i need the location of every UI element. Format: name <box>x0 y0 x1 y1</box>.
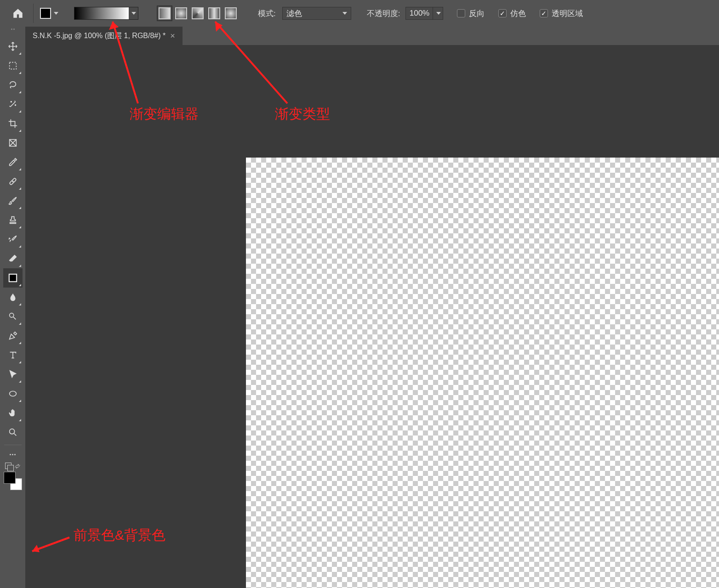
gradient-radial-button[interactable] <box>175 7 187 19</box>
tool-preset-dropdown[interactable] <box>40 8 58 19</box>
crop-icon <box>8 119 18 129</box>
healing-tool[interactable] <box>3 172 23 191</box>
divider <box>33 4 34 23</box>
pen-tool[interactable] <box>3 326 23 345</box>
transparency-label: 透明区域 <box>552 8 583 19</box>
reverse-checkbox[interactable]: 反向 <box>457 8 485 19</box>
default-colors-icon <box>5 463 11 469</box>
dither-label: 仿色 <box>510 8 526 19</box>
wand-icon <box>8 99 18 109</box>
type-tool[interactable] <box>3 345 23 365</box>
dodge-icon <box>8 311 18 322</box>
chevron-down-icon <box>342 12 347 15</box>
bandage-icon <box>8 176 18 187</box>
brush-icon <box>8 196 18 206</box>
foreground-background-color[interactable] <box>4 472 22 490</box>
annotation-arrow <box>101 16 165 106</box>
opacity-input[interactable]: 100% <box>405 7 433 20</box>
canvas-area <box>25 45 719 588</box>
pen-icon <box>8 331 18 341</box>
svg-point-9 <box>9 391 16 396</box>
annotation-gradient-type: 渐变类型 <box>275 105 330 124</box>
move-icon <box>8 41 18 51</box>
svg-point-2 <box>15 105 16 106</box>
brush-tool[interactable] <box>3 191 23 210</box>
arrow-icon <box>8 369 18 379</box>
annotation-gradient-editor: 渐变编辑器 <box>130 105 199 124</box>
history-brush-tool[interactable] <box>3 230 23 249</box>
svg-point-1 <box>11 102 11 102</box>
chevron-down-icon <box>54 12 58 15</box>
chevron-down-icon <box>436 12 441 15</box>
gradient-angle-button[interactable] <box>192 7 204 19</box>
svg-marker-14 <box>215 22 223 32</box>
move-tool[interactable] <box>3 37 23 56</box>
frame-tool[interactable] <box>3 133 23 153</box>
eyedropper-icon <box>8 157 18 167</box>
frame-icon <box>8 138 18 148</box>
eyedropper-tool[interactable] <box>3 153 23 172</box>
close-tab-button[interactable]: × <box>170 31 175 41</box>
checkbox-icon <box>457 9 465 17</box>
document-canvas[interactable] <box>246 158 719 588</box>
blend-mode-select[interactable]: 滤色 <box>282 7 351 20</box>
zoom-tool[interactable] <box>3 423 23 442</box>
lasso-tool[interactable] <box>3 75 23 95</box>
history-brush-icon <box>8 234 18 244</box>
edit-toolbar-button[interactable] <box>3 448 23 461</box>
ellipse-icon <box>8 389 18 399</box>
reverse-label: 反向 <box>469 8 485 19</box>
blur-tool[interactable] <box>3 288 23 307</box>
opacity-label: 不透明度: <box>367 8 400 19</box>
hand-tool[interactable] <box>3 403 23 423</box>
annotation-fgbg: 前景色&背景色 <box>74 526 165 545</box>
svg-rect-7 <box>10 275 16 281</box>
marquee-tool[interactable] <box>3 56 23 75</box>
annotation-arrow <box>26 528 72 556</box>
stamp-icon <box>8 215 18 225</box>
annotation-arrow <box>207 16 290 106</box>
stamp-tool[interactable] <box>3 210 23 230</box>
svg-rect-0 <box>9 62 16 69</box>
dodge-tool[interactable] <box>3 307 23 326</box>
crop-tool[interactable] <box>3 114 23 133</box>
svg-point-8 <box>9 313 13 317</box>
default-colors-swap[interactable] <box>5 463 21 469</box>
marquee-icon <box>8 61 18 71</box>
svg-point-5 <box>12 181 13 182</box>
preset-swatch-icon <box>40 8 51 19</box>
path-select-tool[interactable] <box>3 365 23 384</box>
hand-icon <box>8 408 18 418</box>
gradient-icon <box>8 273 18 283</box>
gradient-tool[interactable] <box>3 268 23 288</box>
eraser-tool[interactable] <box>3 249 23 268</box>
transparency-checkbox[interactable]: 透明区域 <box>540 8 583 19</box>
chevron-down-icon <box>131 12 136 15</box>
foreground-color-swatch[interactable] <box>4 472 16 484</box>
svg-point-10 <box>9 429 14 434</box>
drop-icon <box>8 292 18 302</box>
svg-marker-12 <box>109 22 119 30</box>
tools-panel <box>0 27 25 588</box>
home-icon <box>12 7 24 19</box>
shape-tool[interactable] <box>3 384 23 403</box>
dither-checkbox[interactable]: 仿色 <box>498 8 526 19</box>
opacity-dropdown-button[interactable] <box>433 7 443 20</box>
type-icon <box>8 350 18 360</box>
lasso-icon <box>8 80 18 90</box>
checkbox-icon <box>498 9 507 17</box>
eraser-icon <box>8 254 18 264</box>
home-button[interactable] <box>9 5 27 22</box>
panel-drag-handle[interactable] <box>11 28 15 30</box>
checkbox-icon <box>540 9 548 17</box>
svg-line-13 <box>215 22 287 103</box>
swap-colors-icon <box>14 463 21 469</box>
quick-select-tool[interactable] <box>3 95 23 114</box>
svg-line-11 <box>113 22 138 103</box>
tool-separator <box>4 445 22 445</box>
zoom-icon <box>8 427 18 437</box>
